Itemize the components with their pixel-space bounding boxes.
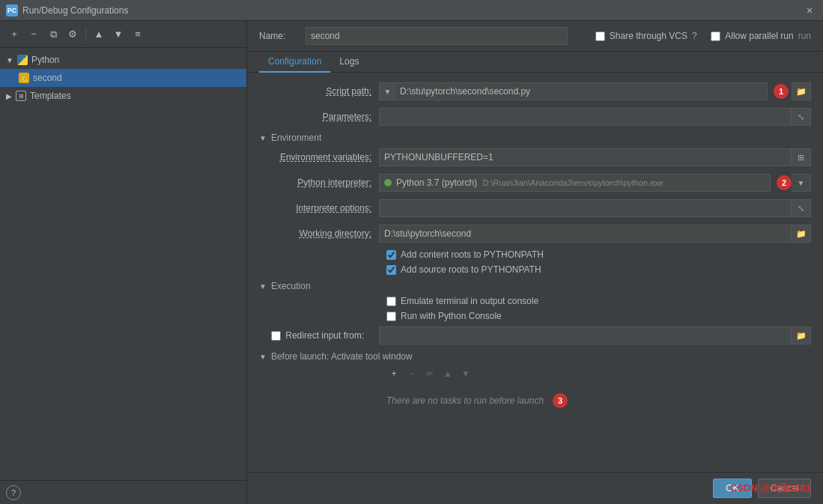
tab-logs[interactable]: Logs: [330, 52, 368, 73]
redirect-checkbox-label-group: Redirect input from:: [259, 330, 379, 341]
interpreter-options-row: Interpreter options: ⤡: [259, 198, 811, 218]
launch-edit-button[interactable]: ✏: [422, 366, 437, 381]
add-content-roots-checkbox[interactable]: [386, 250, 396, 260]
interpreter-text: Python 3.7 (pytorch) D:\RuanJian\Anacond…: [396, 177, 765, 188]
settings-button[interactable]: ⚙: [64, 26, 81, 43]
config-tree: ▼ Python 🐍 second ▶ ⊞ Templates: [0, 48, 246, 480]
env-variables-input-group: ⊞: [379, 148, 811, 166]
app-icon: PC: [6, 4, 18, 16]
footer: OK Cancel CSDN @大海1681: [247, 472, 823, 504]
title-text: Run/Debug Configurations: [22, 5, 802, 16]
launch-toolbar: + − ✏ ▲ ▼: [259, 366, 811, 381]
run-with-python-console-checkbox[interactable]: [386, 312, 396, 321]
share-area: Share through VCS ? Allow parallel run r…: [595, 31, 811, 41]
env-variables-label: Environment variables:: [259, 152, 379, 163]
parameters-input-group: ⤡: [379, 108, 811, 126]
redirect-input-checkbox[interactable]: [271, 331, 281, 341]
script-path-input-group: ▼ 1 📁: [379, 82, 811, 100]
execution-label: Execution: [271, 281, 311, 291]
working-dir-browse-button[interactable]: 📁: [792, 225, 811, 243]
launch-up-button[interactable]: ▲: [440, 366, 455, 381]
add-content-roots-row: Add content roots to PYTHONPATH: [259, 249, 811, 260]
share-vcs-help[interactable]: ?: [692, 31, 697, 41]
script-path-input[interactable]: [395, 82, 768, 100]
launch-down-button[interactable]: ▼: [458, 366, 473, 381]
add-config-button[interactable]: +: [6, 26, 22, 43]
emulate-terminal-label[interactable]: Emulate terminal in output console: [401, 296, 538, 306]
interpreter-options-expand-button[interactable]: ⤡: [792, 199, 811, 217]
copy-config-button[interactable]: ⧉: [45, 26, 61, 43]
right-panel: Name: Share through VCS ? Allow parallel…: [247, 21, 823, 504]
redirect-input-browse-button[interactable]: 📁: [792, 327, 811, 344]
interpreter-options-input[interactable]: [379, 199, 792, 217]
config-content: Script path: ▼ 1 📁 Parameters: ⤡: [247, 73, 823, 472]
second-config-label: second: [33, 73, 62, 83]
environment-arrow: ▼: [259, 134, 267, 142]
script-path-browse-button[interactable]: 📁: [792, 82, 811, 100]
tab-configuration[interactable]: Configuration: [259, 52, 330, 73]
run-with-python-console-label[interactable]: Run with Python Console: [401, 311, 502, 321]
launch-remove-button[interactable]: −: [404, 366, 419, 381]
config-file-icon: 🐍: [18, 72, 30, 84]
add-source-roots-row: Add source roots to PYTHONPATH: [259, 264, 811, 275]
help-area: ?: [0, 480, 246, 504]
python-interpreter-label: Python interpreter:: [259, 177, 379, 188]
python-interpreter-row: Python interpreter: Python 3.7 (pytorch)…: [259, 173, 811, 192]
tabs-bar: Configuration Logs: [247, 52, 823, 73]
before-launch-label: Before launch: Activate tool window: [271, 351, 413, 362]
toolbar-separator: [85, 28, 86, 40]
tree-item-second[interactable]: 🐍 second: [0, 69, 246, 87]
help-button[interactable]: ?: [6, 485, 21, 500]
launch-add-button[interactable]: +: [386, 366, 401, 381]
add-content-roots-label[interactable]: Add content roots to PYTHONPATH: [401, 249, 544, 260]
redirect-input-group: 📁: [379, 327, 811, 344]
redirect-input-field[interactable]: [379, 327, 792, 344]
tree-arrow-python: ▼: [6, 56, 13, 64]
add-source-roots-checkbox[interactable]: [386, 265, 396, 275]
allow-parallel-label: Allow parallel run: [725, 31, 793, 41]
config-name-header: Name: Share through VCS ? Allow parallel…: [247, 21, 823, 52]
close-button[interactable]: ×: [802, 3, 817, 18]
script-path-type-dropdown[interactable]: ▼: [379, 82, 395, 100]
badge-1: 1: [774, 84, 789, 99]
interpreter-options-input-group: ⤡: [379, 199, 811, 217]
add-source-roots-label[interactable]: Add source roots to PYTHONPATH: [401, 264, 541, 275]
working-dir-row: Working directory: 📁: [259, 224, 811, 243]
parameters-label: Parameters:: [259, 112, 379, 122]
share-vcs-checkbox[interactable]: [595, 31, 605, 41]
working-dir-label: Working directory:: [259, 228, 379, 239]
tree-arrow-templates: ▶: [6, 92, 12, 100]
run-with-python-console-row: Run with Python Console: [259, 311, 811, 321]
env-variables-browse-button[interactable]: ⊞: [792, 148, 811, 166]
allow-parallel-checkbox[interactable]: [711, 31, 720, 41]
working-dir-input-group: 📁: [379, 225, 811, 243]
tree-item-python[interactable]: ▼ Python: [0, 51, 246, 69]
env-variables-input[interactable]: [379, 148, 792, 166]
left-panel: + − ⧉ ⚙ ▲ ▼ ≡ ▼ Python 🐍: [0, 21, 247, 504]
redirect-input-label[interactable]: Redirect input from:: [285, 330, 371, 341]
left-toolbar: + − ⧉ ⚙ ▲ ▼ ≡: [0, 21, 246, 48]
sort-button[interactable]: ≡: [130, 26, 146, 43]
move-down-button[interactable]: ▼: [110, 26, 127, 43]
parameters-input[interactable]: [379, 108, 792, 126]
parameters-expand-button[interactable]: ⤡: [792, 108, 811, 126]
badge-2: 2: [777, 175, 792, 190]
environment-section-header[interactable]: ▼ Environment: [259, 133, 811, 143]
python-group-icon: [16, 54, 28, 66]
interpreter-path: D:\RuanJian\Anaconda3\envs\pytorch\pytho…: [482, 178, 663, 187]
execution-section-header[interactable]: ▼ Execution: [259, 281, 811, 291]
emulate-terminal-checkbox[interactable]: [386, 297, 396, 306]
interpreter-options-label: Interpreter options:: [259, 203, 379, 213]
script-path-row: Script path: ▼ 1 📁: [259, 82, 811, 101]
templates-label: Templates: [30, 91, 71, 101]
python-interpreter-select[interactable]: Python 3.7 (pytorch) D:\RuanJian\Anacond…: [379, 174, 771, 192]
templates-icon: ⊞: [15, 90, 27, 102]
before-launch-section-header[interactable]: ▼ Before launch: Activate tool window: [259, 351, 811, 362]
remove-config-button[interactable]: −: [25, 26, 42, 43]
name-input[interactable]: [306, 27, 568, 45]
interpreter-dropdown-button[interactable]: ▼: [792, 174, 811, 192]
tree-item-templates[interactable]: ▶ ⊞ Templates: [0, 87, 246, 105]
working-dir-input[interactable]: [379, 225, 792, 243]
python-group-label: Python: [31, 55, 59, 65]
move-up-button[interactable]: ▲: [91, 26, 107, 43]
